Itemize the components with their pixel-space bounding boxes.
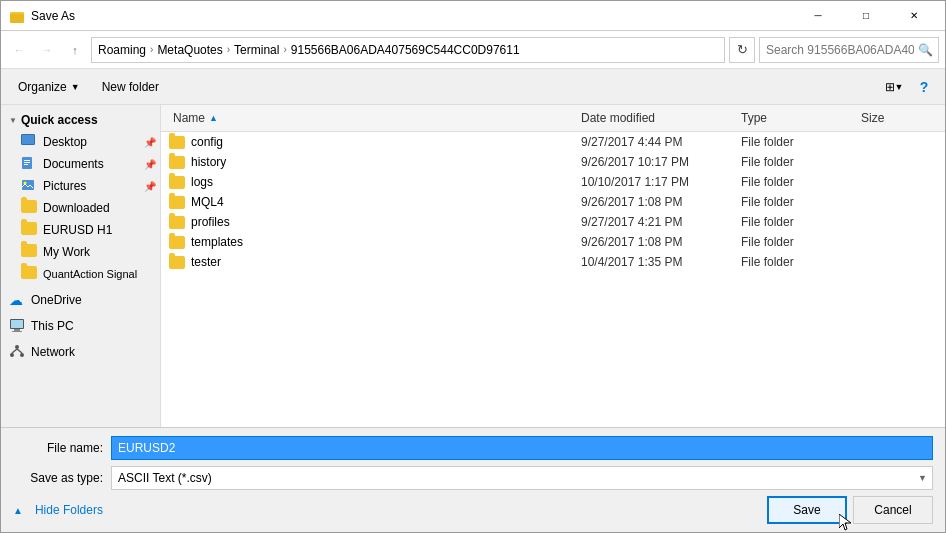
file-type: File folder — [737, 155, 857, 169]
sidebar-item-quantaction[interactable]: QuantAction Signal — [1, 263, 160, 285]
folder-icon-eurusd — [21, 222, 37, 238]
collapse-icon: ▲ — [13, 505, 23, 516]
maximize-button[interactable]: □ — [843, 1, 889, 31]
close-button[interactable]: ✕ — [891, 1, 937, 31]
new-folder-button[interactable]: New folder — [93, 74, 168, 100]
title-bar-controls: ─ □ ✕ — [795, 1, 937, 31]
file-name: tester — [191, 255, 221, 269]
svg-point-14 — [10, 353, 14, 357]
view-button[interactable]: ⊞ ▼ — [881, 74, 907, 100]
sidebar-group-quick-access[interactable]: ▼ Quick access — [1, 109, 160, 131]
documents-icon — [21, 156, 37, 172]
button-row: ▲ Hide Folders Save Cancel — [13, 496, 933, 524]
sidebar-item-pictures[interactable]: Pictures 📌 — [1, 175, 160, 197]
table-row[interactable]: profiles 9/27/2017 4:21 PM File folder — [161, 212, 945, 232]
svg-point-13 — [15, 345, 19, 349]
breadcrumb[interactable]: Roaming › MetaQuotes › Terminal › 915566… — [91, 37, 725, 63]
file-type: File folder — [737, 135, 857, 149]
folder-icon — [169, 136, 185, 149]
savetype-select-wrapper: ASCII Text (*.csv) ▼ — [111, 466, 933, 490]
savetype-select[interactable]: ASCII Text (*.csv) — [111, 466, 933, 490]
organize-button[interactable]: Organize ▼ — [9, 74, 89, 100]
sidebar-item-desktop[interactable]: Desktop 📌 — [1, 131, 160, 153]
folder-icon — [169, 156, 185, 169]
header-size[interactable]: Size — [857, 109, 937, 127]
file-date: 9/27/2017 4:21 PM — [577, 215, 737, 229]
file-name-cell: MQL4 — [169, 195, 577, 209]
file-name: history — [191, 155, 226, 169]
sidebar-group-label: Quick access — [21, 113, 98, 127]
file-type: File folder — [737, 195, 857, 209]
refresh-button[interactable]: ↻ — [729, 37, 755, 63]
svg-rect-12 — [12, 331, 22, 332]
file-type: File folder — [737, 235, 857, 249]
file-rows-container: config 9/27/2017 4:44 PM File folder his… — [161, 132, 945, 272]
file-type: File folder — [737, 175, 857, 189]
file-name: profiles — [191, 215, 230, 229]
sidebar-item-mywork[interactable]: My Work — [1, 241, 160, 263]
search-icon: 🔍 — [918, 43, 933, 57]
file-name-cell: history — [169, 155, 577, 169]
breadcrumb-metaquotes: MetaQuotes — [157, 43, 222, 57]
svg-rect-5 — [24, 162, 30, 163]
folder-icon-quantaction — [21, 266, 37, 282]
filename-input[interactable] — [111, 436, 933, 460]
forward-button[interactable]: → — [35, 38, 59, 62]
sidebar-item-network[interactable]: Network — [1, 341, 160, 363]
hide-folders-button[interactable]: Hide Folders — [27, 499, 111, 521]
help-button[interactable]: ? — [911, 74, 937, 100]
sidebar-item-downloaded[interactable]: Downloaded — [1, 197, 160, 219]
bottom-bar: File name: Save as type: ASCII Text (*.c… — [1, 427, 945, 532]
sidebar-section-thispc: This PC — [1, 315, 160, 337]
title-bar-title: Save As — [31, 9, 795, 23]
search-wrapper: 🔍 — [759, 37, 939, 63]
table-row[interactable]: MQL4 9/26/2017 1:08 PM File folder — [161, 192, 945, 212]
pin-icon: 📌 — [144, 137, 156, 148]
header-date[interactable]: Date modified — [577, 109, 737, 127]
save-button[interactable]: Save — [767, 496, 847, 524]
minimize-button[interactable]: ─ — [795, 1, 841, 31]
network-icon — [9, 344, 25, 360]
sidebar-item-onedrive[interactable]: ☁ OneDrive — [1, 289, 160, 311]
sidebar-item-documents[interactable]: Documents 📌 — [1, 153, 160, 175]
file-date: 9/26/2017 1:08 PM — [577, 195, 737, 209]
sidebar-item-eurusd[interactable]: EURUSD H1 — [1, 219, 160, 241]
table-row[interactable]: tester 10/4/2017 1:35 PM File folder — [161, 252, 945, 272]
table-row[interactable]: history 9/26/2017 10:17 PM File folder — [161, 152, 945, 172]
pictures-icon — [21, 178, 37, 194]
table-row[interactable]: config 9/27/2017 4:44 PM File folder — [161, 132, 945, 152]
file-name-cell: logs — [169, 175, 577, 189]
file-date: 9/26/2017 1:08 PM — [577, 235, 737, 249]
svg-rect-2 — [10, 14, 24, 23]
folder-icon-downloaded — [21, 200, 37, 216]
file-type: File folder — [737, 255, 857, 269]
title-bar: Save As ─ □ ✕ — [1, 1, 945, 31]
folder-icon — [169, 216, 185, 229]
filename-row: File name: — [13, 436, 933, 460]
svg-rect-10 — [11, 320, 23, 328]
svg-line-16 — [12, 349, 17, 353]
file-name-cell: templates — [169, 235, 577, 249]
folder-icon — [169, 256, 185, 269]
sidebar-item-thispc[interactable]: This PC — [1, 315, 160, 337]
table-row[interactable]: logs 10/10/2017 1:17 PM File folder — [161, 172, 945, 192]
main-content: ▼ Quick access Desktop 📌 Documents 📌 — [1, 105, 945, 427]
file-date: 10/4/2017 1:35 PM — [577, 255, 737, 269]
cancel-button[interactable]: Cancel — [853, 496, 933, 524]
back-button[interactable]: ← — [7, 38, 31, 62]
savetype-row: Save as type: ASCII Text (*.csv) ▼ — [13, 466, 933, 490]
table-row[interactable]: templates 9/26/2017 1:08 PM File folder — [161, 232, 945, 252]
title-bar-icon — [9, 8, 25, 24]
search-input[interactable] — [759, 37, 939, 63]
file-name-cell: profiles — [169, 215, 577, 229]
filename-label: File name: — [13, 441, 103, 455]
header-name[interactable]: Name ▲ — [169, 109, 577, 127]
sidebar-section-network: Network — [1, 341, 160, 363]
desktop-icon — [21, 134, 37, 150]
file-date: 9/27/2017 4:44 PM — [577, 135, 737, 149]
header-type[interactable]: Type — [737, 109, 857, 127]
file-date: 9/26/2017 10:17 PM — [577, 155, 737, 169]
up-button[interactable]: ↑ — [63, 38, 87, 62]
pin-icon: 📌 — [144, 159, 156, 170]
chevron-icon: ▼ — [9, 116, 17, 125]
